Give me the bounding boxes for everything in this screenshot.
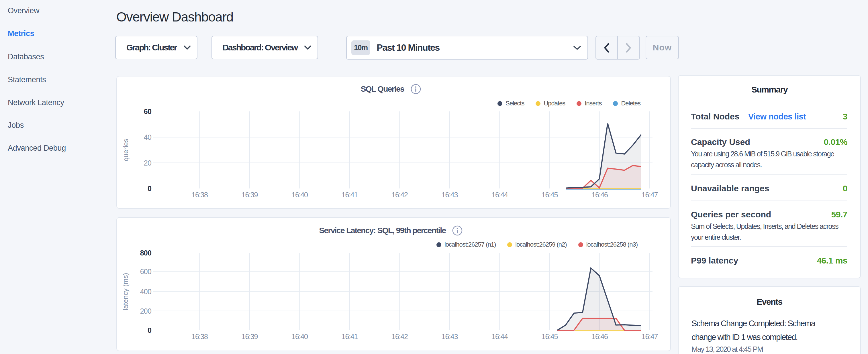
- svg-text:0: 0: [148, 326, 151, 334]
- svg-text:16:44: 16:44: [492, 191, 508, 199]
- svg-text:16:47: 16:47: [642, 191, 658, 199]
- svg-text:16:41: 16:41: [342, 191, 358, 199]
- svg-text:16:39: 16:39: [242, 332, 258, 341]
- svg-text:600: 600: [140, 267, 151, 276]
- svg-text:16:40: 16:40: [291, 332, 308, 341]
- svg-text:400: 400: [140, 288, 151, 296]
- svg-text:16:45: 16:45: [541, 191, 558, 199]
- svg-text:16:38: 16:38: [191, 191, 208, 199]
- svg-text:16:43: 16:43: [442, 332, 458, 341]
- svg-text:200: 200: [140, 307, 151, 315]
- svg-text:16:46: 16:46: [591, 191, 608, 199]
- svg-text:queries: queries: [122, 139, 129, 161]
- svg-text:16:38: 16:38: [191, 332, 208, 341]
- svg-text:800: 800: [140, 249, 151, 257]
- svg-text:16:39: 16:39: [242, 191, 258, 199]
- svg-text:16:45: 16:45: [541, 332, 558, 341]
- svg-text:16:42: 16:42: [392, 191, 408, 199]
- svg-text:16:46: 16:46: [591, 332, 608, 341]
- svg-text:16:47: 16:47: [642, 332, 658, 341]
- svg-text:20: 20: [144, 159, 151, 167]
- svg-text:40: 40: [144, 133, 151, 141]
- svg-text:60: 60: [144, 107, 151, 116]
- svg-text:16:42: 16:42: [392, 332, 408, 341]
- svg-text:16:41: 16:41: [342, 332, 358, 341]
- svg-text:16:40: 16:40: [291, 191, 308, 199]
- svg-text:latency (ms): latency (ms): [122, 273, 129, 311]
- svg-text:16:44: 16:44: [492, 332, 508, 341]
- svg-text:16:43: 16:43: [442, 191, 458, 199]
- svg-text:0: 0: [148, 185, 151, 192]
